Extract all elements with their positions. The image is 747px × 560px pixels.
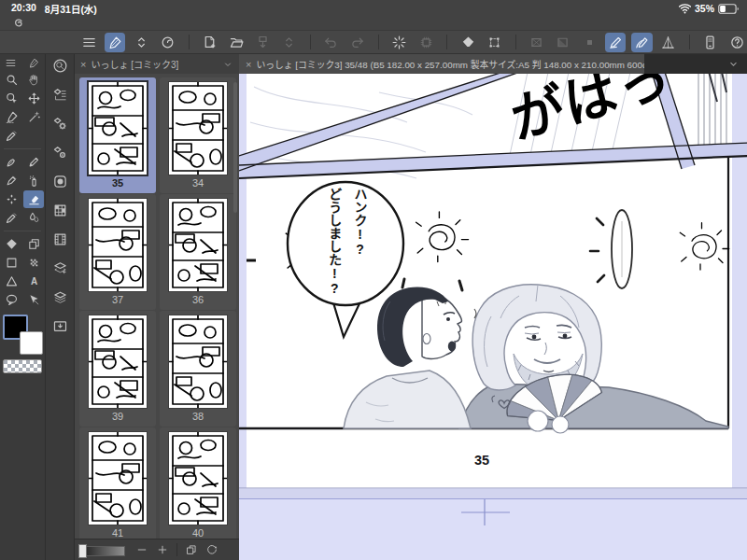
eraser-tool[interactable] <box>23 190 44 208</box>
page-thumb-36[interactable]: 36 <box>160 194 236 310</box>
tool-palette <box>0 54 46 560</box>
quick-zoom-palette[interactable] <box>49 56 70 75</box>
material-palette[interactable] <box>49 230 70 248</box>
redo-button[interactable] <box>347 33 368 52</box>
slider-handle[interactable] <box>78 544 87 558</box>
page-panel-bottom-bar <box>75 539 239 560</box>
battery-percent: 35% <box>695 3 714 14</box>
page-thumb-38[interactable]: 38 <box>160 311 236 427</box>
ruler-tool[interactable] <box>23 291 44 309</box>
page-thumbnail-image <box>89 199 147 291</box>
pencil-tool[interactable] <box>23 153 44 171</box>
page-thumb-34[interactable]: 34 <box>160 77 236 193</box>
fill-tool[interactable] <box>1 235 21 253</box>
page-panel-buttons <box>133 541 221 558</box>
tool-grid <box>0 69 45 309</box>
command-bar <box>0 30 747 54</box>
filter-chip-button[interactable] <box>416 33 436 52</box>
move-layer-tool[interactable] <box>23 90 44 107</box>
thumbnail-size-slider[interactable] <box>80 546 123 554</box>
decoration-tool[interactable] <box>1 190 21 208</box>
companion-device-button[interactable] <box>700 33 721 52</box>
speech-bubble-text: ハンク!? どうしました!? <box>321 188 373 296</box>
processing-button[interactable] <box>389 33 410 52</box>
zoom-tool[interactable] <box>1 71 21 89</box>
thumb-larger-button[interactable] <box>153 541 172 558</box>
liquify-blend-tool[interactable] <box>23 209 44 227</box>
close-icon[interactable]: × <box>246 59 251 70</box>
transform-button[interactable] <box>484 33 504 52</box>
color-swatches <box>0 313 45 382</box>
page-thumb-35[interactable]: 35 <box>79 77 156 193</box>
divider <box>515 35 516 49</box>
close-icon[interactable]: × <box>80 59 86 70</box>
divider <box>446 35 447 49</box>
quick-access-palette[interactable] <box>49 85 70 104</box>
page-thumb-37[interactable]: 37 <box>79 194 156 310</box>
tool-property-palette[interactable] <box>49 143 70 161</box>
wifi-icon <box>679 4 691 14</box>
new-page-button[interactable] <box>200 33 220 52</box>
auto-select-tool[interactable] <box>23 108 44 126</box>
navigator-palette[interactable] <box>49 316 70 335</box>
refresh-pages-button[interactable] <box>203 541 221 558</box>
main-menu-button[interactable] <box>78 33 99 52</box>
snap-off-button[interactable] <box>527 33 547 52</box>
pen-tool[interactable] <box>1 153 21 171</box>
page-thumb-41[interactable]: 41 <box>79 427 156 539</box>
snap-grid-button[interactable] <box>658 33 679 52</box>
export-chevrons[interactable] <box>278 33 299 52</box>
export-button[interactable] <box>252 33 273 52</box>
page-thumb-39[interactable]: 39 <box>79 311 156 427</box>
transparent-color-swatch[interactable] <box>3 359 42 373</box>
divider <box>176 543 177 556</box>
layer-property-palette[interactable] <box>49 259 70 277</box>
tool-palette-menu-icon[interactable] <box>5 57 17 69</box>
canvas-tab[interactable]: × いっしょ [コミック3] 35/48 (B5 182.00 x 257.00… <box>239 54 644 74</box>
page-panel-tab[interactable]: × いっしょ [コミック3] <box>75 54 239 74</box>
snap-gradient-button[interactable] <box>553 33 573 52</box>
open-file-button[interactable] <box>226 33 247 52</box>
fill-button[interactable] <box>458 33 478 52</box>
page-thumbnail-image <box>169 82 227 175</box>
operation-tool[interactable] <box>1 90 21 107</box>
selection-tool[interactable] <box>1 108 21 126</box>
frame-border-tool[interactable] <box>23 235 44 253</box>
blend-tool[interactable] <box>1 209 21 227</box>
color-set-palette[interactable] <box>49 201 70 219</box>
snap-square-button[interactable] <box>579 33 599 52</box>
layer-palette[interactable] <box>49 287 70 306</box>
divider <box>689 35 690 49</box>
canvas-area: × いっしょ [コミック3] 35/48 (B5 182.00 x 257.00… <box>239 54 747 560</box>
snap-ruler-button[interactable] <box>605 33 626 52</box>
edit-mode-button[interactable] <box>105 33 125 52</box>
undo-button[interactable] <box>321 33 342 52</box>
airbrush-tool[interactable] <box>23 172 44 189</box>
hand-tool[interactable] <box>23 71 44 89</box>
current-tool-icon <box>28 57 40 69</box>
balloon-tool[interactable] <box>1 291 21 309</box>
thumb-smaller-button[interactable] <box>133 541 151 558</box>
eyedropper-tool[interactable] <box>1 127 21 145</box>
help-button[interactable] <box>726 33 747 52</box>
mode-switch-chevrons[interactable] <box>131 33 151 52</box>
spread-view-button[interactable] <box>182 541 201 558</box>
clip-studio-button[interactable] <box>158 33 178 52</box>
subtool-palette[interactable] <box>49 114 70 133</box>
divider <box>4 148 41 149</box>
chevron-down-icon[interactable] <box>727 58 740 70</box>
figure-tool[interactable] <box>1 273 21 290</box>
chevron-down-icon[interactable] <box>222 59 233 70</box>
text-tool[interactable] <box>23 273 44 290</box>
page-thumb-40[interactable]: 40 <box>160 427 236 539</box>
snap-special-ruler-button[interactable] <box>631 33 652 52</box>
page-number-label: 40 <box>192 527 204 539</box>
sub-color-swatch[interactable] <box>20 331 43 355</box>
tone-tool[interactable] <box>23 254 44 272</box>
page-panel-scrollbar[interactable] <box>233 82 237 213</box>
gradient-tool[interactable] <box>1 254 21 272</box>
canvas[interactable]: がはっ ハンク!? どうしました!? 35 <box>239 74 747 560</box>
clip-studio-logo <box>13 18 24 29</box>
brush-tool[interactable] <box>1 172 21 189</box>
brush-size-palette[interactable] <box>49 172 70 190</box>
